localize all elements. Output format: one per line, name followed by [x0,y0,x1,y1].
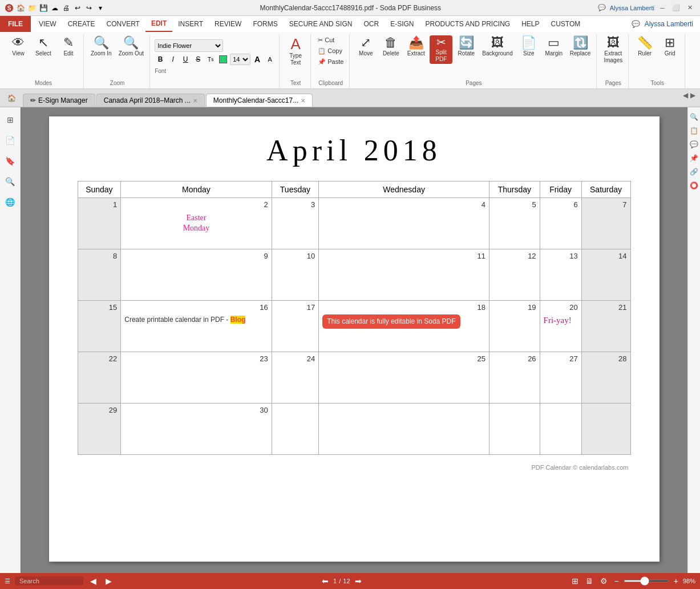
menu-create[interactable]: CREATE [62,16,101,32]
split-pdf-button[interactable]: ✂ SplitPDF [430,35,452,64]
ruler-button[interactable]: 📏 Ruler [633,35,656,58]
extract-images-button[interactable]: 🖼 ExtractImages [601,35,625,65]
view-mode-button[interactable]: 🖥 [583,575,596,587]
tab-next-icon[interactable]: ▶ [690,91,695,99]
zoom-out-status-button[interactable]: − [612,575,621,587]
page-prev-button[interactable]: ⬅ [319,575,331,587]
type-text-button[interactable]: A TypeText [284,35,307,67]
size-label: Size [523,50,534,57]
user-account[interactable]: Alyssa Lamberti [645,20,693,28]
tab-canada-calendar[interactable]: Canada April 2018–March ... ✕ [96,94,205,107]
color-swatch[interactable] [217,54,229,65]
grid-button[interactable]: ⊞ Grid [658,35,681,58]
tab-prev-icon[interactable]: ◀ [683,91,688,99]
monthly-tab-close[interactable]: ✕ [301,98,305,104]
menu-products[interactable]: PRODUCTS AND PRICING [419,16,516,32]
rotate-button[interactable]: 🔄 Rotate [455,35,478,58]
left-btn-1[interactable]: ⊞ [2,112,18,128]
zoom-in-button[interactable]: 🔍 Zoom In [88,35,114,58]
left-btn-4[interactable]: 🔍 [2,174,18,189]
file-menu[interactable]: FILE [0,16,31,32]
zoom-out-button[interactable]: 🔍 Zoom Out [116,35,146,58]
cut-button[interactable]: ✂ Cut [315,35,346,45]
search-prev-button[interactable]: ◀ [88,575,99,587]
size-button[interactable]: 📄 Size [517,35,540,58]
bold-button[interactable]: B [155,54,166,65]
floppy-icon[interactable]: 💾 [39,3,48,13]
soda-icon[interactable]: S [5,3,14,13]
search-next-button[interactable]: ▶ [103,575,114,587]
cloud-icon[interactable]: ☁ [50,3,59,13]
settings-button[interactable]: ⚙ [598,575,610,587]
zoom-in-status-button[interactable]: + [671,575,681,587]
italic-button[interactable]: I [167,54,179,65]
right-btn-4[interactable]: 📌 [689,153,699,163]
zoom-in-label: Zoom In [91,50,112,57]
font-size-select[interactable]: 14 12 16 18 [230,54,250,65]
canada-tab-close[interactable]: ✕ [193,98,197,104]
folder-icon[interactable]: 📁 [27,3,37,13]
left-btn-2[interactable]: 📄 [2,132,18,148]
select-button[interactable]: ↖ Select [32,35,55,58]
menu-custom[interactable]: CUSTOM [545,16,586,32]
undo-icon[interactable]: ↩ [73,3,82,13]
minimize-button[interactable]: ─ [657,2,668,14]
menu-help[interactable]: HELP [516,16,545,32]
search-input[interactable] [15,576,83,586]
document-scroll-area[interactable]: April 2018 Sunday Monday Tuesday Wednesd… [21,107,687,573]
zoom-slider[interactable] [624,580,669,582]
page-next-button[interactable]: ➡ [353,575,364,587]
paste-button[interactable]: 📌 Paste [315,57,346,67]
superscript-button[interactable]: Ts [205,54,216,65]
home-icon[interactable]: 🏠 [16,3,25,13]
ruler-label: Ruler [638,50,652,57]
left-btn-3[interactable]: 🔖 [2,153,18,169]
right-btn-2[interactable]: 📋 [689,126,699,136]
day-13: 13 [540,249,581,301]
menu-secure[interactable]: SECURE AND SIGN [284,16,358,32]
menu-insert[interactable]: INSERT [172,16,209,32]
menu-convert[interactable]: CONVERT [100,16,145,32]
header-monday: Monday [121,181,272,198]
shrink-font-button[interactable]: A [264,54,276,65]
print-icon[interactable]: 🖨 [62,3,71,13]
more-icon[interactable]: ▾ [96,3,105,13]
right-btn-6[interactable]: ⭕ [689,180,699,191]
extract-button[interactable]: 📤 Extract [404,35,427,58]
font-family-select[interactable]: Indie Flower Arial Times New Roman [155,39,223,52]
menu-edit[interactable]: EDIT [145,16,172,32]
grow-font-button[interactable]: A [252,54,263,65]
move-button[interactable]: ⤢ Move [354,35,377,58]
copy-button[interactable]: 📋 Copy [315,46,346,56]
strikethrough-button[interactable]: S [192,54,204,65]
replace-button[interactable]: 🔃 Replace [568,35,593,58]
menu-forms[interactable]: FORMS [247,16,283,32]
tab-monthly-calendar[interactable]: MonthlyCalendar-5accc17... ✕ [206,94,313,107]
left-btn-5[interactable]: 🌐 [2,194,18,210]
redo-icon[interactable]: ↪ [84,3,94,13]
view-button[interactable]: 👁 View [7,35,30,58]
right-btn-search[interactable]: 🔍 [689,112,699,122]
menu-esign[interactable]: E-SIGN [385,16,419,32]
delete-icon: 🗑 [385,37,397,49]
menu-review[interactable]: REVIEW [209,16,247,32]
right-btn-3[interactable]: 💬 [689,139,699,150]
menu-view[interactable]: VIEW [33,16,62,32]
home-tab-button[interactable]: 🏠 [5,91,18,105]
underline-button[interactable]: U [180,54,191,65]
close-button[interactable]: ✕ [684,2,695,14]
restore-button[interactable]: ⬜ [670,2,682,14]
status-menu-icon[interactable]: ☰ [5,578,10,585]
edit-button[interactable]: ✎ Edit [57,35,80,58]
fit-page-button[interactable]: ⊞ [569,575,581,587]
margin-button[interactable]: ▭ Margin [543,35,565,58]
background-button[interactable]: 🖼 Background [480,35,515,58]
tab-esign-manager[interactable]: ✏ E-Sign Manager [23,94,95,107]
delete-button[interactable]: 🗑 Delete [379,35,402,58]
canada-tab-label: Canada April 2018–March ... [104,96,191,104]
help-icon[interactable]: 💬 [596,2,608,14]
left-toolbar: ⊞ 📄 🔖 🔍 🌐 [0,107,21,573]
notification-icon[interactable]: 💬 [632,20,640,28]
menu-ocr[interactable]: OCR [358,16,385,32]
right-btn-5[interactable]: 🔗 [689,167,699,177]
